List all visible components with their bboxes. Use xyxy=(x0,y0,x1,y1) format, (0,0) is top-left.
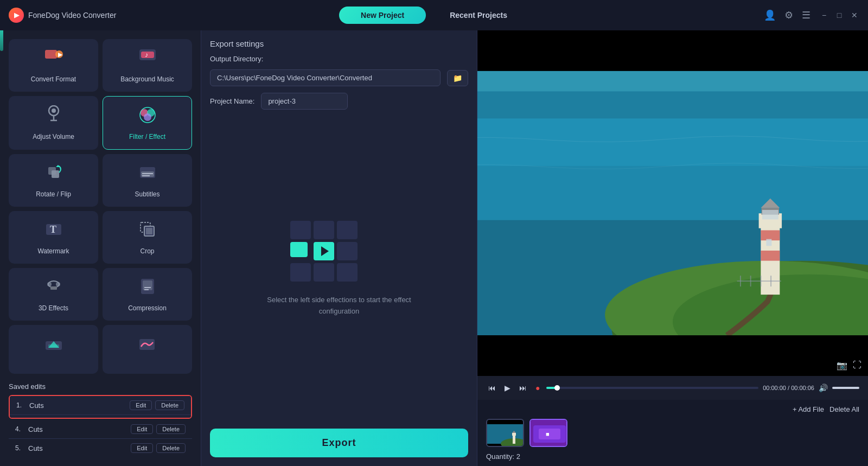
extra2-icon xyxy=(138,336,157,359)
effects-grid: ▶ Convert Format ♪ Background Music xyxy=(0,35,201,378)
middle-panel: Export settings Output Directory: 📁 Proj… xyxy=(201,30,477,466)
effect-subtitles[interactable]: Subtitles xyxy=(103,154,192,207)
effect-background-music[interactable]: ♪ Background Music xyxy=(103,39,192,92)
saved-edit-item: 2. Rotate / Flip Edit Delete xyxy=(10,415,191,419)
volume-slider[interactable] xyxy=(832,387,859,389)
effect-rotate-flip[interactable]: Rotate / Flip xyxy=(9,154,98,207)
screenshot-icon[interactable]: 📷 xyxy=(837,360,847,371)
saved-edit-delete-5[interactable]: Delete xyxy=(156,443,186,453)
settings-icon[interactable]: ⚙ xyxy=(784,9,793,21)
background-music-icon: ♪ xyxy=(138,48,157,71)
tab-recent-projects[interactable]: Recent Projects xyxy=(428,7,529,24)
maximize-button[interactable]: □ xyxy=(834,10,844,20)
record-button[interactable]: ● xyxy=(533,382,542,393)
project-name-input[interactable] xyxy=(261,93,348,110)
svg-rect-65 xyxy=(512,433,516,436)
adjust-volume-label: Adjust Volume xyxy=(33,133,74,141)
compression-icon xyxy=(138,277,157,300)
filter-effect-label: Filter / Effect xyxy=(129,133,165,141)
compression-label: Compression xyxy=(128,304,167,312)
time-display: 00:00:00 / 00:00:06 xyxy=(763,385,814,391)
extra1-icon xyxy=(44,336,63,359)
saved-edit-num-1: 1. xyxy=(16,401,29,409)
effect-extra2[interactable] xyxy=(103,325,192,374)
svg-rect-52 xyxy=(762,210,778,219)
progress-bar[interactable] xyxy=(546,387,758,389)
delete-all-button[interactable]: Delete All xyxy=(829,405,859,413)
thumbnail-2[interactable]: ■ xyxy=(529,419,567,447)
effect-placeholder: Select the left side effections to start… xyxy=(210,116,468,422)
svg-rect-64 xyxy=(513,435,515,444)
saved-edit-name-1: Cuts xyxy=(29,401,126,410)
effect-filter-effect[interactable]: Filter / Effect xyxy=(103,96,192,150)
svg-point-27 xyxy=(47,282,52,286)
crop-icon xyxy=(138,220,157,243)
tab-new-project[interactable]: New Project xyxy=(339,7,426,24)
saved-edit-num-4: 4. xyxy=(15,425,28,433)
watermark-icon: T xyxy=(44,220,63,243)
effect-crop[interactable]: Crop xyxy=(103,211,192,264)
svg-rect-15 xyxy=(52,170,59,178)
skip-back-button[interactable]: ⏮ xyxy=(486,382,498,393)
fullscreen-icon[interactable]: ⛶ xyxy=(853,360,861,371)
minimize-button[interactable]: − xyxy=(819,10,829,20)
svg-text:♪: ♪ xyxy=(145,51,148,59)
svg-rect-47 xyxy=(761,230,780,240)
effect-adjust-volume[interactable]: Adjust Volume xyxy=(9,96,98,150)
skip-forward-button[interactable]: ⏭ xyxy=(517,382,529,393)
file-manager: + Add File Delete All xyxy=(477,400,868,466)
saved-edit-item: 4. Cuts Edit Delete xyxy=(9,420,192,439)
svg-point-9 xyxy=(52,108,56,113)
saved-edit-item: 5. Cuts Edit Delete xyxy=(9,439,192,457)
svg-rect-35 xyxy=(48,344,59,348)
effect-convert-format[interactable]: ▶ Convert Format xyxy=(9,39,98,92)
close-button[interactable]: ✕ xyxy=(850,10,859,20)
app-logo: ▶ FoneDog Video Converter xyxy=(9,8,116,23)
effect-compression[interactable]: Compression xyxy=(103,268,192,321)
watermark-label: Watermark xyxy=(37,247,69,255)
rotate-flip-icon xyxy=(44,163,63,186)
titlebar-actions: 👤 ⚙ ☰ − □ ✕ xyxy=(764,9,859,21)
output-directory-input-row: 📁 xyxy=(210,69,468,86)
effect-3d-effects[interactable]: 3D Effects xyxy=(9,268,98,321)
output-directory-row: Output Directory: xyxy=(210,55,468,63)
logo-icon: ▶ xyxy=(9,8,24,23)
user-icon[interactable]: 👤 xyxy=(764,9,776,21)
saved-edit-edit-1[interactable]: Edit xyxy=(130,400,152,410)
play-pause-button[interactable]: ▶ xyxy=(502,382,513,393)
svg-text:T: T xyxy=(50,224,56,235)
add-file-button[interactable]: + Add File xyxy=(793,405,824,413)
svg-rect-41 xyxy=(477,166,868,220)
effect-watermark[interactable]: T Watermark xyxy=(9,211,98,264)
svg-rect-25 xyxy=(146,228,152,234)
background-music-label: Background Music xyxy=(120,75,174,83)
thumbnails-row: ■ xyxy=(486,419,859,447)
convert-format-label: Convert Format xyxy=(31,75,76,83)
export-button[interactable]: Export xyxy=(210,429,468,457)
saved-edit-edit-5[interactable]: Edit xyxy=(131,443,153,453)
thumbnail-1[interactable] xyxy=(486,419,524,447)
folder-browse-button[interactable]: 📁 xyxy=(447,70,468,86)
saved-edit-delete-4[interactable]: Delete xyxy=(156,424,186,434)
saved-edit-num-5: 5. xyxy=(15,444,28,452)
output-directory-input[interactable] xyxy=(210,69,441,86)
3d-effects-icon xyxy=(44,277,63,300)
app-name: FoneDog Video Converter xyxy=(28,11,116,20)
svg-point-13 xyxy=(144,113,151,121)
svg-rect-69 xyxy=(539,429,560,439)
svg-rect-53 xyxy=(766,239,771,246)
saved-edit-edit-4[interactable]: Edit xyxy=(131,424,153,434)
saved-edit-name-4: Cuts xyxy=(28,425,127,433)
saved-edit-delete-1[interactable]: Delete xyxy=(155,400,184,410)
svg-rect-59 xyxy=(477,335,868,376)
filter-effect-icon xyxy=(138,105,157,129)
volume-button[interactable]: 🔊 xyxy=(819,384,828,392)
export-settings-title: Export settings xyxy=(210,39,468,48)
menu-icon[interactable]: ☰ xyxy=(802,9,810,21)
svg-rect-48 xyxy=(761,251,780,261)
nav-tabs: New Project Recent Projects xyxy=(339,7,529,24)
effect-extra1[interactable] xyxy=(9,325,98,374)
svg-rect-29 xyxy=(50,286,57,290)
window-controls: − □ ✕ xyxy=(819,10,859,20)
3d-effects-label: 3D Effects xyxy=(39,304,68,312)
